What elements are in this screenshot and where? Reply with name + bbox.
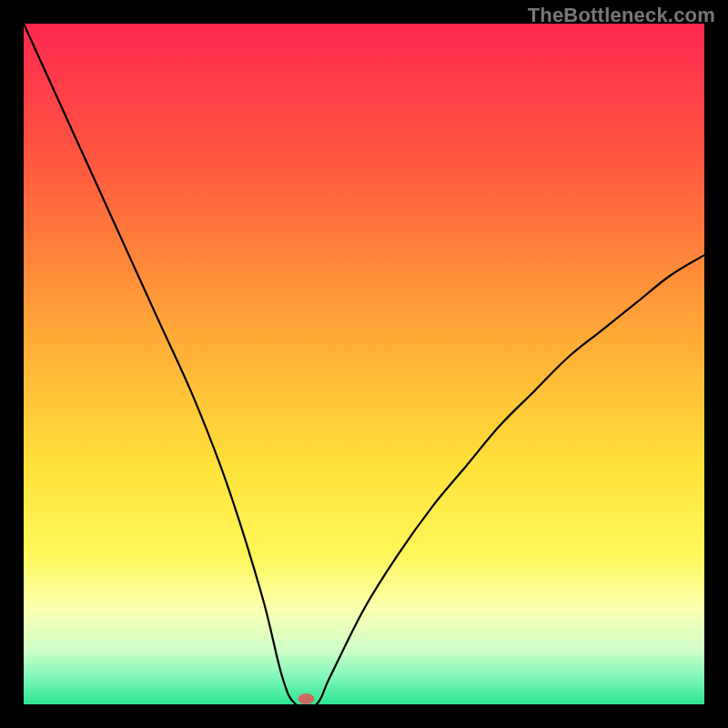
plot-area bbox=[24, 24, 704, 704]
optimal-marker bbox=[298, 693, 314, 704]
plot-svg bbox=[24, 24, 704, 704]
watermark-text: TheBottleneck.com bbox=[528, 4, 715, 27]
chart-frame: TheBottleneck.com bbox=[0, 0, 728, 728]
gradient-background bbox=[24, 24, 704, 704]
